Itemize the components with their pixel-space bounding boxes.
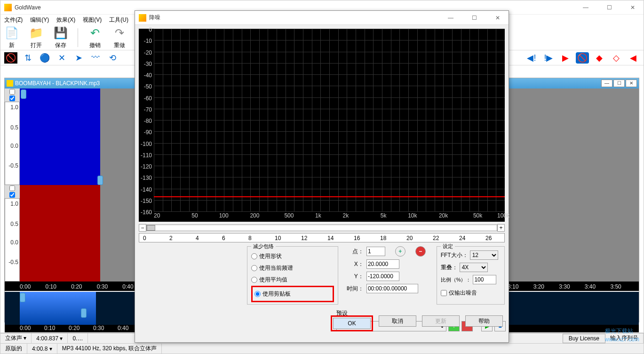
scroll-thumb[interactable] — [147, 225, 155, 231]
x-tick: 20 — [154, 212, 160, 219]
fx-flow-icon[interactable]: ➤ — [72, 52, 85, 64]
minimize-button[interactable]: — — [579, 4, 593, 11]
tb-redo[interactable]: ↷重做 — [112, 25, 127, 49]
fft-size-select[interactable]: 12 — [470, 250, 498, 260]
close-button[interactable]: ✕ — [626, 4, 640, 11]
tb-redo-label: 重做 — [114, 41, 125, 49]
overview-tick: 0:30 — [93, 325, 104, 331]
remove-point-button[interactable]: − — [415, 246, 426, 257]
dialog-controls: 减少包络 使用形状 使用当前频谱 使用平均值 使用剪贴板 点： + − X： Y… — [139, 246, 505, 305]
x-label: X： — [342, 260, 364, 268]
envelope-line — [154, 196, 505, 197]
ruler-tick: 10 — [275, 235, 281, 241]
point-input[interactable] — [366, 247, 385, 256]
dialog-titlebar: 降噪 — ☐ ✕ — [135, 11, 509, 25]
radio-average[interactable]: 使用平均值 — [251, 274, 334, 286]
ruler-tick: 4 — [196, 235, 199, 241]
cancel-button[interactable]: 取消 — [379, 315, 416, 327]
status-time2[interactable]: 0.… — [68, 333, 88, 343]
status-stereo[interactable]: 立体声 ▾ — [0, 333, 32, 343]
y-input[interactable] — [366, 272, 399, 281]
add-point-button[interactable]: + — [395, 246, 405, 257]
overlap-select[interactable]: 4X — [460, 263, 488, 272]
x-tick: 100k — [497, 212, 509, 219]
doc-maximize[interactable]: ☐ — [613, 80, 625, 87]
selection-end-handle[interactable] — [97, 176, 103, 185]
dialog-minimize[interactable]: — — [444, 15, 458, 21]
tb-save[interactable]: 💾保存 — [53, 25, 68, 49]
overlap-label: 重叠： — [441, 264, 458, 272]
radio-clipboard[interactable]: 使用剪贴板 — [254, 288, 331, 300]
left-solo-checkbox[interactable] — [5, 95, 20, 102]
y-tick: 0 — [149, 26, 152, 33]
status-duration[interactable]: 4:00.8 ▾ — [27, 344, 57, 354]
axis-label: -0.5 — [8, 259, 18, 266]
main-title: GoldWave — [15, 4, 579, 11]
buy-license-button[interactable]: Buy License — [563, 334, 605, 343]
playback-icon3[interactable]: ◀ — [627, 52, 640, 64]
fx-globe-icon[interactable]: 🔵 — [38, 52, 51, 64]
radio-shape[interactable]: 使用形状 — [251, 250, 334, 262]
fx-wave-icon[interactable]: 〰 — [89, 52, 102, 64]
fx-xy-icon[interactable]: ✕ — [55, 52, 68, 64]
play-end-icon[interactable]: !▶ — [542, 52, 555, 64]
tb-open[interactable]: 📁打开 — [29, 25, 44, 49]
left-mute-checkbox[interactable] — [5, 88, 20, 95]
axis-label: 0.5 — [10, 221, 18, 227]
ruler-tick: 2 — [169, 235, 173, 241]
right-mute-checkbox[interactable] — [5, 185, 20, 192]
x-input[interactable] — [366, 259, 399, 269]
radio-current-spectrum[interactable]: 使用当前频谱 — [251, 262, 334, 274]
doc-minimize[interactable]: — — [601, 80, 612, 87]
time-tick: 0:20 — [71, 283, 82, 290]
time-scrollbar[interactable]: − + — [139, 224, 505, 232]
channel-axis: 1.0 0.5 0.0 -0.5 1.0 0.5 0.0 -0.5 — [5, 88, 20, 282]
tb-undo[interactable]: ↶撤销 — [87, 25, 103, 49]
scroll-left-button[interactable]: − — [139, 224, 146, 232]
y-tick: -60 — [144, 95, 152, 102]
noise-only-checkbox[interactable]: 仅输出噪音 — [441, 287, 501, 299]
tb-new[interactable]: 📄新 — [4, 25, 19, 49]
record-icon[interactable]: 🚫 — [576, 52, 589, 64]
playback-icon1[interactable]: ◆ — [593, 52, 606, 64]
scroll-track[interactable] — [146, 225, 497, 231]
dialog-close[interactable]: ✕ — [491, 15, 505, 21]
spectrum-graph[interactable]: 0-10-20-30-40-50-60-70-80-90-100-110-120… — [139, 29, 505, 222]
maximize-button[interactable]: ☐ — [602, 4, 616, 11]
x-tick: 1k — [315, 212, 321, 219]
overview-end-handle[interactable] — [81, 308, 87, 318]
right-solo-checkbox[interactable] — [5, 192, 20, 198]
time-input[interactable] — [366, 284, 418, 293]
playback-icon2[interactable]: ◇ — [610, 52, 623, 64]
dialog-maximize[interactable]: ☐ — [467, 15, 481, 21]
doc-close[interactable]: ✕ — [626, 80, 637, 87]
status-time1[interactable]: 4:00.837 ▾ — [32, 333, 68, 343]
fx-block-icon[interactable]: 🚫 — [4, 52, 17, 64]
scroll-right-button[interactable]: + — [497, 224, 505, 232]
y-tick: -50 — [144, 83, 152, 90]
fx-curve-icon[interactable]: ⟲ — [106, 52, 119, 64]
update-button[interactable]: 更新 — [422, 315, 460, 327]
radio-clipboard-label: 使用剪贴板 — [262, 290, 291, 298]
scale-input[interactable] — [473, 275, 496, 284]
menu-tools[interactable]: 工具(U) — [107, 15, 130, 25]
play-start-icon[interactable]: ◀! — [525, 52, 538, 64]
menu-effect[interactable]: 效果(X) — [55, 15, 77, 25]
help-button[interactable]: 帮助 — [465, 315, 503, 327]
ruler-tick: 26 — [485, 235, 492, 241]
menu-edit[interactable]: 编辑(Y) — [28, 15, 51, 25]
y-tick: -10 — [144, 38, 152, 44]
axis-label: 0.0 — [10, 143, 18, 149]
fx-arrows-icon[interactable]: ⇅ — [21, 52, 34, 64]
menu-file[interactable]: 文件(Z) — [2, 15, 24, 25]
y-tick: -40 — [144, 72, 152, 79]
menu-view[interactable]: 视图(V) — [81, 15, 103, 25]
time-tick: 3:20 — [533, 283, 544, 290]
undo-icon: ↶ — [87, 25, 103, 40]
ok-button[interactable]: OK — [333, 318, 371, 329]
time-tick: 3:10 — [508, 283, 518, 290]
selection-start-handle[interactable] — [21, 89, 26, 99]
play-range-icon[interactable]: ▶ — [559, 52, 572, 64]
overview-start-handle[interactable] — [20, 293, 25, 302]
tb-undo-label: 撤销 — [89, 41, 101, 49]
